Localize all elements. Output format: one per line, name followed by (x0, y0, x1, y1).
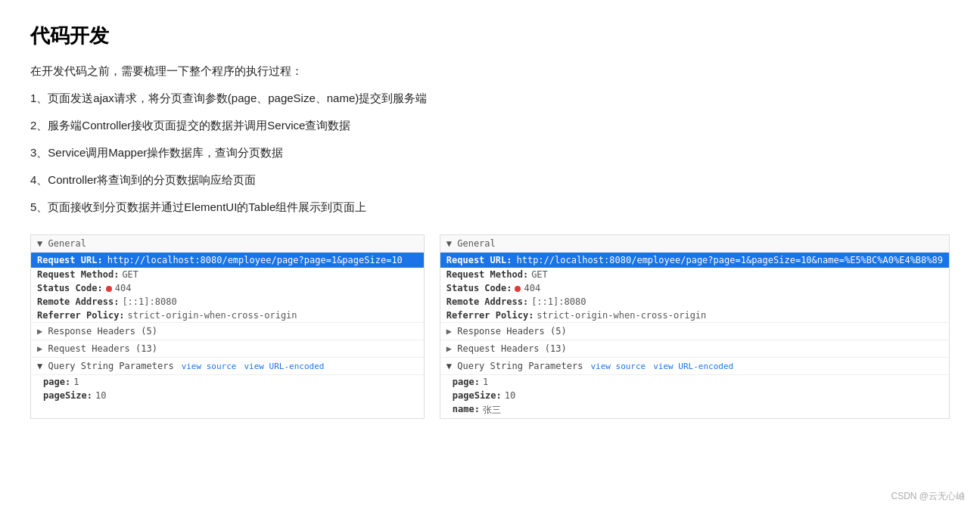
right-param-name: name: 张三 (440, 402, 949, 418)
right-method-value: GET (531, 269, 548, 280)
left-request-headers[interactable]: Request Headers (13) (31, 340, 424, 358)
intro-text: 在开发代码之前，需要梳理一下整个程序的执行过程： (30, 64, 950, 79)
left-method-label: Request Method: (37, 269, 119, 280)
right-param-page-label: page: (453, 377, 480, 387)
right-query-params-header: Query String Parameters view source view… (440, 358, 949, 375)
right-param-name-label: name: (453, 404, 480, 417)
left-param-pagesize-label: pageSize: (43, 390, 92, 401)
panels-container: General Request URL: http://localhost:80… (30, 234, 950, 419)
right-status-label: Status Code: (446, 283, 512, 293)
left-referrer-row: Referrer Policy: strict-origin-when-cros… (31, 309, 424, 322)
left-response-headers[interactable]: Response Headers (5) (31, 323, 424, 340)
left-param-page-value: 1 (73, 377, 79, 387)
page-title: 代码开发 (30, 23, 950, 49)
panel-right: General Request URL: http://localhost:80… (440, 234, 950, 419)
right-method-label: Request Method: (446, 269, 528, 280)
right-request-url-value: http://localhost:8080/employee/page?page… (516, 255, 943, 265)
left-status-dot (106, 286, 112, 292)
left-view-encoded[interactable]: view URL-encoded (244, 361, 324, 371)
step-2: 2、服务端Controller接收页面提交的数据并调用Service查询数据 (30, 116, 950, 135)
left-remote-value: [::1]:8080 (122, 296, 176, 307)
left-request-url-value: http://localhost:8080/employee/page?page… (107, 255, 403, 265)
right-general-header: General (440, 235, 949, 253)
right-remote-row: Remote Address: [::1]:8080 (440, 295, 949, 309)
left-param-pagesize-value: 10 (95, 390, 106, 401)
left-method-row: Request Method: GET (31, 268, 424, 281)
left-query-params-title: Query String Parameters (37, 361, 174, 371)
right-request-url-label: Request URL: (446, 255, 512, 265)
left-status-label: Status Code: (37, 283, 103, 293)
panel-left: General Request URL: http://localhost:80… (30, 234, 425, 419)
right-param-name-value: 张三 (483, 404, 501, 417)
left-method-value: GET (122, 269, 138, 280)
left-view-source[interactable]: view source (182, 361, 237, 371)
step-5: 5、页面接收到分页数据并通过ElementUI的Table组件展示到页面上 (30, 198, 950, 216)
right-remote-value: [::1]:8080 (531, 296, 586, 307)
left-request-url-label: Request URL: (37, 255, 103, 265)
left-status-value: 404 (106, 283, 132, 293)
right-method-row: Request Method: GET (440, 268, 949, 281)
step-4: 4、Controller将查询到的分页数据响应给页面 (30, 171, 950, 189)
right-param-page: page: 1 (440, 375, 949, 389)
step-3: 3、Service调用Mapper操作数据库，查询分页数据 (30, 144, 950, 162)
left-param-page-label: page: (43, 377, 70, 387)
right-response-headers[interactable]: Response Headers (5) (440, 323, 949, 340)
right-param-pagesize-label: pageSize: (453, 390, 502, 401)
right-referrer-label: Referrer Policy: (446, 310, 534, 321)
right-request-headers[interactable]: Request Headers (13) (440, 340, 949, 358)
right-status-dot (515, 286, 521, 292)
right-param-pagesize-value: 10 (505, 390, 515, 401)
left-status-row: Status Code: 404 (31, 281, 424, 295)
right-view-encoded[interactable]: view URL-encoded (653, 361, 733, 371)
right-param-page-value: 1 (483, 377, 488, 387)
left-referrer-value: strict-origin-when-cross-origin (128, 310, 297, 321)
left-param-page: page: 1 (31, 375, 424, 389)
right-referrer-value: strict-origin-when-cross-origin (537, 310, 706, 321)
left-referrer-label: Referrer Policy: (37, 310, 125, 321)
left-query-params-header: Query String Parameters view source view… (31, 358, 424, 375)
right-param-pagesize: pageSize: 10 (440, 389, 949, 402)
right-query-params-title: Query String Parameters (446, 361, 583, 371)
right-status-value: 404 (515, 283, 540, 293)
step-1: 1、页面发送ajax请求，将分页查询参数(page、pageSize、name)… (30, 89, 950, 107)
right-remote-label: Remote Address: (446, 296, 528, 307)
left-param-pagesize: pageSize: 10 (31, 389, 424, 402)
left-general-header: General (31, 235, 424, 253)
left-remote-row: Remote Address: [::1]:8080 (31, 295, 424, 309)
right-request-url-row: Request URL: http://localhost:8080/emplo… (440, 253, 949, 268)
left-remote-label: Remote Address: (37, 296, 119, 307)
right-referrer-row: Referrer Policy: strict-origin-when-cros… (440, 309, 949, 322)
right-view-source[interactable]: view source (590, 361, 646, 371)
steps-list: 1、页面发送ajax请求，将分页查询参数(page、pageSize、name)… (30, 89, 950, 216)
right-status-row: Status Code: 404 (440, 281, 949, 295)
left-request-url-row: Request URL: http://localhost:8080/emplo… (31, 253, 424, 268)
